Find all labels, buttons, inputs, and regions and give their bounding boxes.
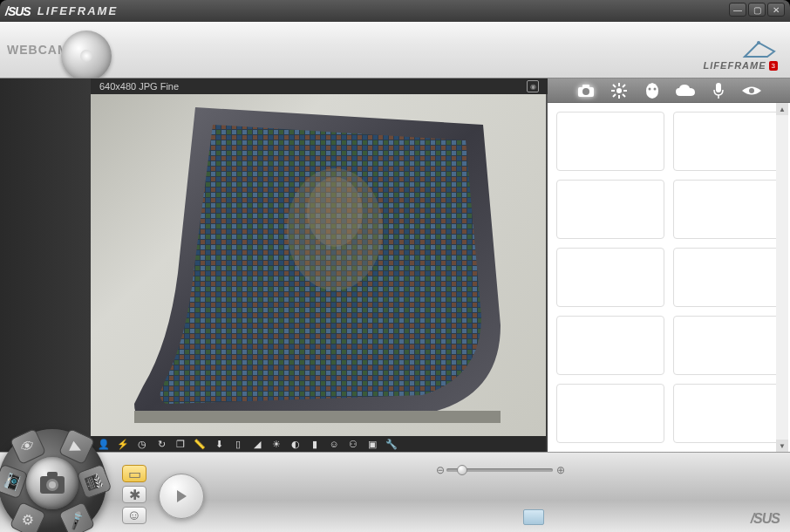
zoom-in-icon[interactable]: ⊕ xyxy=(556,464,565,476)
lifeframe-logo: LIFEFRAME 3 xyxy=(704,39,778,71)
tab-mic[interactable] xyxy=(708,81,729,100)
thumbnail-slot[interactable] xyxy=(556,384,664,443)
scroll-up-icon[interactable]: ▲ xyxy=(776,103,788,115)
zoom-slider[interactable] xyxy=(446,468,553,472)
brand-logo: /SUS xyxy=(5,4,31,18)
preview-viewport[interactable] xyxy=(91,94,546,436)
thumbnail-slot[interactable] xyxy=(673,248,781,307)
thumbnail-slot[interactable] xyxy=(556,248,664,307)
flash-icon[interactable]: ⚡ xyxy=(117,438,129,450)
rotate-icon[interactable]: ↻ xyxy=(155,438,167,450)
thumbnail-slot[interactable] xyxy=(673,384,781,443)
close-button[interactable]: ✕ xyxy=(767,3,785,17)
stack-icon[interactable]: ❐ xyxy=(174,438,187,450)
zoom-slider-thumb[interactable] xyxy=(457,465,467,475)
sun-icon[interactable]: ☀ xyxy=(270,438,283,450)
svg-rect-27 xyxy=(47,472,58,477)
preview-info-bar: 640x480 JPG Fine ◉ xyxy=(91,78,548,94)
tab-effects[interactable] xyxy=(609,81,630,100)
tab-cloud[interactable] xyxy=(675,81,696,100)
side-buttons: ▭ ✱ ☺ xyxy=(122,465,146,524)
app-title: LIFEFRAME xyxy=(37,4,118,17)
wrench-icon[interactable]: 🔧 xyxy=(385,438,398,450)
tab-mask[interactable] xyxy=(642,81,663,100)
shutter-button[interactable] xyxy=(26,457,78,509)
thumbnail-scrollbar[interactable]: ▲ ▼ xyxy=(776,103,788,452)
svg-rect-10 xyxy=(582,85,589,88)
svg-line-19 xyxy=(613,94,616,97)
svg-rect-23 xyxy=(716,83,721,92)
header: WEBCAM LIFEFRAME 3 xyxy=(0,22,790,78)
thumbnail-slot[interactable] xyxy=(556,316,664,375)
tab-eye[interactable] xyxy=(741,81,762,100)
scroll-down-icon[interactable]: ▼ xyxy=(776,440,788,452)
webcam-feed-image xyxy=(117,99,518,430)
thumbnail-slot[interactable] xyxy=(673,316,781,375)
bars-icon[interactable]: ▮ xyxy=(309,438,321,450)
svg-point-7 xyxy=(307,177,363,247)
play-button[interactable] xyxy=(159,474,204,519)
svg-line-17 xyxy=(613,85,616,87)
capture-info-text: 640x480 JPG Fine xyxy=(99,81,179,92)
left-margin xyxy=(0,78,91,452)
gallery-button[interactable]: ▭ xyxy=(122,465,146,482)
webcam-label: WEBCAM xyxy=(7,43,69,57)
svg-point-25 xyxy=(749,88,754,93)
lifeframe-version-badge: 3 xyxy=(769,61,778,71)
tab-camera[interactable] xyxy=(575,81,596,100)
effects-button[interactable]: ✱ xyxy=(122,486,146,503)
svg-line-18 xyxy=(623,94,625,97)
blur-icon[interactable]: ⚇ xyxy=(347,438,359,450)
timer-icon[interactable]: ◷ xyxy=(136,438,148,450)
zoom-out-icon[interactable]: ⊖ xyxy=(436,464,445,476)
preview-toolbar: 👤 ⚡ ◷ ↻ ❐ 📏 ⬇ ▯ ◢ ☀ ◐ ▮ ☺ ⚇ ▣ 🔧 xyxy=(91,436,546,452)
footer: 👁 ▶ 📷 🎬 ⚙ 🎤 ▭ ✱ ☺ ⊖ ⊕ /SUS xyxy=(0,452,790,532)
arrow-down-icon[interactable]: ⬇ xyxy=(213,438,225,450)
footer-brand: /SUS xyxy=(751,511,780,527)
pip-toggle-button[interactable] xyxy=(523,509,544,525)
lifeframe-icon xyxy=(741,39,778,60)
ruler-icon[interactable]: 📏 xyxy=(194,438,206,450)
face-button[interactable]: ☺ xyxy=(122,507,146,524)
main-content: 640x480 JPG Fine ◉ xyxy=(0,78,790,452)
phone-icon[interactable]: ▯ xyxy=(232,438,244,450)
window-controls: — ▢ ✕ xyxy=(729,3,785,17)
svg-point-22 xyxy=(654,87,657,90)
contrast-icon[interactable]: ◢ xyxy=(251,438,263,450)
face-icon[interactable]: ☺ xyxy=(328,438,340,450)
svg-point-0 xyxy=(757,41,760,44)
svg-point-11 xyxy=(582,88,589,95)
svg-rect-8 xyxy=(134,411,501,423)
frame-icon[interactable]: ▣ xyxy=(366,438,378,450)
mode-wheel: 👁 ▶ 📷 🎬 ⚙ 🎤 xyxy=(0,429,106,532)
right-panel: ▲ ▼ xyxy=(548,78,790,452)
thumbnail-slot[interactable] xyxy=(556,180,664,239)
preview-panel: 640x480 JPG Fine ◉ xyxy=(0,78,548,452)
half-icon[interactable]: ◐ xyxy=(289,438,302,450)
maximize-button[interactable]: ▢ xyxy=(748,3,766,17)
svg-point-29 xyxy=(49,481,56,488)
svg-line-20 xyxy=(623,85,625,87)
thumbnail-slot[interactable] xyxy=(556,112,664,171)
svg-point-21 xyxy=(649,87,651,90)
lifeframe-logo-text: LIFEFRAME xyxy=(704,60,766,71)
svg-point-12 xyxy=(616,88,622,93)
titlebar: /SUS LIFEFRAME — ▢ ✕ xyxy=(0,0,790,22)
camera-status-icon: ◉ xyxy=(527,80,539,92)
right-tabs xyxy=(548,78,790,103)
lens-decoration xyxy=(61,31,112,78)
thumbnail-slot[interactable] xyxy=(673,112,781,171)
minimize-button[interactable]: — xyxy=(729,3,746,17)
thumbnail-grid xyxy=(548,103,790,452)
thumbnail-slot[interactable] xyxy=(673,180,781,239)
